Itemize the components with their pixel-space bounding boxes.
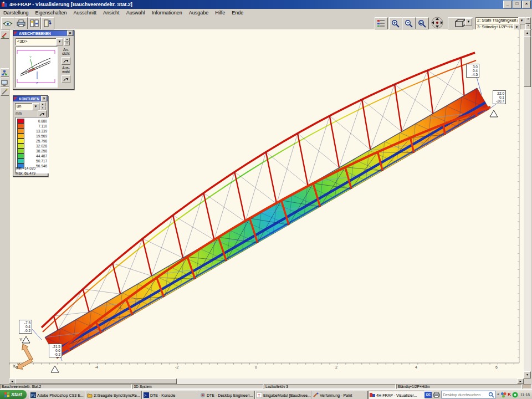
task-label: Verformung - Paint	[320, 393, 352, 397]
scroll-right-icon[interactable]: ►	[517, 378, 524, 384]
zoom-in-button[interactable]	[389, 17, 402, 29]
support-reaction-box: -7.50.4-0.2	[19, 320, 32, 334]
konturen-panel[interactable]: KONTUREN × un ▼ ▲ ▼ mm 0.8807.11013.3391…	[13, 95, 48, 177]
vertical-scrollbar[interactable]: ▲ ▼	[524, 29, 531, 378]
pages-button[interactable]	[28, 17, 41, 29]
menu-item-informationen[interactable]: Informationen	[149, 10, 186, 16]
task-button-4[interactable]: DTE - Desktop Engineeri...	[198, 391, 255, 399]
spinner-down-icon[interactable]: ▼	[64, 42, 70, 45]
zoom-out-button[interactable]	[402, 17, 416, 29]
monitor-icon	[1, 79, 8, 86]
menu-item-hilfe[interactable]: Hilfe	[212, 10, 228, 16]
menu-item-ausschnitt[interactable]: Ausschnitt	[70, 10, 100, 16]
case-spinner[interactable]: ▲ ▼	[525, 17, 531, 30]
legend-color-swatch	[17, 139, 24, 144]
menu-item-ansicht[interactable]: Ansicht	[100, 10, 123, 16]
app-icon	[1, 1, 8, 8]
exit-button[interactable]	[41, 17, 54, 29]
view-spinner[interactable]: ▲ ▼	[64, 38, 70, 45]
ansicht-pick-button[interactable]	[62, 57, 70, 65]
structure-button[interactable]	[1, 68, 9, 77]
auswahl-pick-button[interactable]	[62, 75, 70, 83]
spinner-up-icon[interactable]: ▲	[40, 103, 45, 106]
legend-row: 7.110	[17, 124, 47, 129]
tray-k-icon[interactable]: K	[508, 392, 511, 397]
annotate-button[interactable]	[1, 30, 9, 39]
task-button-6[interactable]: Verformung - Paint	[311, 391, 368, 399]
tray-printer-icon[interactable]	[433, 392, 440, 398]
task-button-3[interactable]: >DTE - Konsole	[142, 391, 198, 399]
konturen-close-icon[interactable]: ×	[41, 96, 47, 101]
measure-button[interactable]	[1, 87, 9, 96]
legend-value: 50.717	[24, 159, 47, 163]
status-printer-icon[interactable]	[523, 384, 531, 389]
taskbar: Start PsAdobe Photoshop CS3 E...3:\Seaga…	[0, 389, 532, 399]
tray-expand-icon[interactable]: «	[497, 392, 499, 397]
svg-text:T: T	[258, 393, 260, 398]
konturen-panel-titlebar[interactable]: KONTUREN ×	[13, 96, 48, 101]
print-button[interactable]	[14, 17, 28, 29]
task-button-5[interactable]: TEingabeModul [Bauchvee...	[255, 391, 311, 399]
legend-value: 44.487	[24, 154, 47, 158]
menu-item-eigenschaften[interactable]: Eigenschaften	[32, 10, 70, 16]
spinner-up-icon[interactable]: ▲	[64, 38, 70, 42]
search-icon[interactable]	[488, 392, 494, 398]
hand-cursor-icon	[63, 59, 69, 64]
start-button[interactable]: Start	[0, 390, 27, 399]
legend-value: 0.880	[24, 119, 47, 123]
status-cell: Ständig+1/2P+Hölm	[396, 384, 523, 389]
panel-icon	[14, 32, 18, 35]
ansicht-close-icon[interactable]: ×	[67, 30, 73, 36]
restore-button[interactable]: □	[513, 1, 521, 8]
zoom-out-icon	[405, 19, 413, 28]
language-indicator[interactable]: DE	[424, 392, 432, 398]
view-combo-dropdown[interactable]: ▼	[56, 38, 63, 45]
tray-green-icon[interactable]	[512, 392, 518, 398]
horizontal-scrollbar[interactable]: ◄ ►	[9, 378, 524, 384]
system-tray: DE « K 11:18	[424, 390, 532, 399]
display-options-button[interactable]	[375, 17, 388, 29]
menu-item-auswahl[interactable]: Auswahl	[123, 10, 149, 16]
close-button[interactable]: ×	[522, 1, 531, 8]
frap-icon	[370, 392, 375, 398]
vertical-scroll-thumb[interactable]	[524, 36, 531, 87]
tray-app-icon[interactable]	[500, 392, 507, 398]
contour-combo-dropdown[interactable]: ▼	[32, 103, 39, 110]
task-button-2[interactable]: 3:\Seagate Sync\SyncRe...	[85, 391, 142, 399]
viewport[interactable]: YX -6-4-20246 3.00.4-4.522.00.1-20.7-7.5…	[9, 29, 524, 378]
view-cube-button[interactable]: ▼	[448, 17, 473, 29]
desktop-search[interactable]	[441, 391, 496, 398]
legend-row: 38.258	[17, 149, 47, 154]
scroll-down-icon[interactable]: ▼	[524, 371, 531, 378]
ansicht-ebenen-panel[interactable]: ANSICHT/EBENEN × <3D> ▼ ▲ ▼ Y	[13, 30, 74, 90]
min-value: Min: -14.020	[16, 166, 35, 170]
dte-icon	[200, 392, 206, 398]
zoom-window-button[interactable]	[416, 17, 429, 29]
support-reaction-box: 22.00.1-20.7	[493, 90, 506, 104]
menu-item-ende[interactable]: Ende	[228, 10, 247, 16]
legend-value: 25.798	[24, 139, 47, 143]
horizontal-scroll-thumb[interactable]	[15, 378, 177, 384]
legend-color-swatch	[17, 124, 24, 129]
task-button-1[interactable]: PsAdobe Photoshop CS3 E...	[29, 391, 85, 399]
view-combo[interactable]: <3D>	[16, 38, 58, 45]
minimize-button[interactable]: _	[503, 1, 512, 8]
title-bar: 4H-FRAP - Visualisierung [Bauchveerendel…	[0, 0, 532, 9]
hand-cursor-icon	[63, 77, 69, 82]
contour-type-combo[interactable]: un	[15, 103, 34, 110]
spinner-up-icon[interactable]: ▲	[525, 17, 531, 24]
view-preview[interactable]: Y Z	[16, 47, 58, 88]
task-button-7[interactable]: 4H-FRAP - Visualisier...	[368, 391, 424, 399]
spinner-down-icon[interactable]: ▼	[40, 106, 45, 110]
eingabe-icon: T	[257, 392, 262, 398]
view-button[interactable]	[1, 17, 14, 29]
search-input[interactable]	[442, 393, 488, 397]
clock: 11:18	[519, 393, 531, 397]
menu-item-darstellung[interactable]: Darstellung	[0, 10, 32, 16]
ansicht-panel-titlebar[interactable]: ANSICHT/EBENEN ×	[13, 30, 74, 36]
menu-item-ausgabe[interactable]: Ausgabe	[186, 10, 212, 16]
cube-dropdown-arrow[interactable]: ▼	[465, 18, 472, 25]
start-label: Start	[11, 392, 22, 397]
screen-button[interactable]	[1, 78, 9, 86]
contour-spinner[interactable]: ▲ ▼	[40, 103, 45, 110]
